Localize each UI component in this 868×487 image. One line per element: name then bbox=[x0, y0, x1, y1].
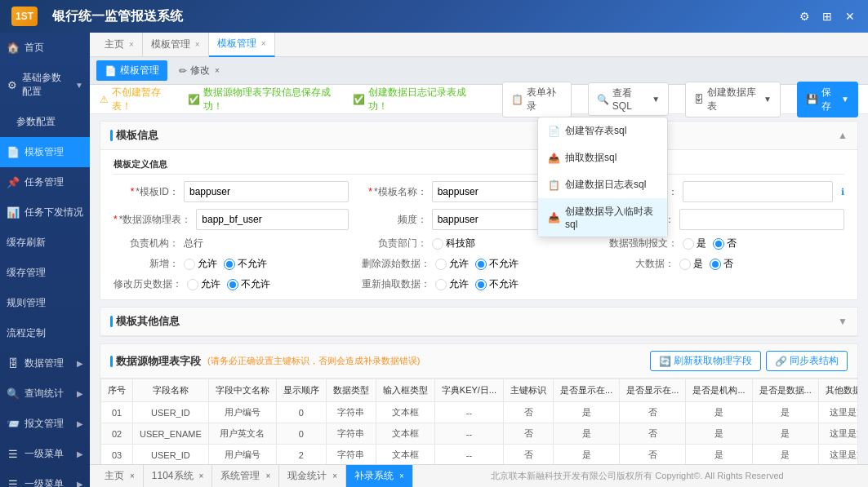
bottom-tab-supplement-close[interactable]: × bbox=[399, 472, 404, 480]
sync-label: 同步表结构 bbox=[790, 354, 839, 368]
close-icon[interactable]: ✕ bbox=[842, 10, 858, 23]
sidebar-item-basic-config[interactable]: ⚙ 基础参数配置 ▼ bbox=[0, 63, 90, 107]
sidebar-item-query[interactable]: 🔍 查询统计 ▶ bbox=[0, 379, 90, 409]
table-cell: 用户编号 bbox=[208, 445, 276, 465]
section-collapse-icon[interactable]: ▲ bbox=[838, 130, 848, 141]
settings-icon[interactable]: ⚙ bbox=[796, 10, 812, 23]
create-save-label: 创建智存表sql bbox=[565, 124, 626, 138]
del-datasource-label: 删除源始数据： bbox=[362, 257, 430, 271]
radio-big-no[interactable]: 否 bbox=[710, 257, 733, 271]
tab-home[interactable]: 主页 × bbox=[96, 33, 143, 57]
bottom-tab-sysmanage-close[interactable]: × bbox=[265, 472, 270, 480]
table-cell: 文本框 bbox=[376, 423, 434, 445]
save-arrow[interactable]: ▼ bbox=[841, 95, 849, 104]
sidebar-item-cache-refresh[interactable]: 缓存刷新 bbox=[0, 228, 90, 258]
tab-template2-close[interactable]: × bbox=[261, 39, 266, 48]
tab-home-close[interactable]: × bbox=[129, 40, 134, 49]
bottom-tab-1104[interactable]: 1104系统 × bbox=[144, 465, 213, 488]
other-section-collapse[interactable]: ▼ bbox=[838, 316, 848, 327]
tab-template1-close[interactable]: × bbox=[195, 40, 200, 49]
sidebar-item-menu1[interactable]: ☰ 一级菜单 ▶ bbox=[0, 439, 90, 469]
refresh-fields-button[interactable]: 🔄 刷新获取物理字段 bbox=[650, 351, 761, 371]
table-row[interactable]: 01USER_ID用户编号0字符串文本框--否是否是是这里是文字这里是文字这里是… bbox=[101, 402, 858, 423]
view-sql-button[interactable]: 🔍 查看SQL ▼ 📄 创建智存表sql 📤 抽取数据sql 📋 创建 bbox=[588, 82, 669, 116]
bottom-tab-supplement[interactable]: 补录系统 × bbox=[346, 465, 413, 488]
tooltip-icon[interactable]: ℹ bbox=[841, 187, 844, 197]
save-icon: 💾 bbox=[806, 94, 818, 105]
radio-force-yes[interactable]: 是 bbox=[683, 237, 706, 250]
template-id-input[interactable] bbox=[184, 181, 349, 202]
radio-big-yes[interactable]: 是 bbox=[679, 257, 703, 271]
dropdown-import-temp-sql[interactable]: 📥 创建数据导入临时表sql bbox=[538, 198, 667, 237]
bottom-tab-home[interactable]: 主页 × bbox=[96, 465, 144, 488]
sql-dropdown-arrow[interactable]: ▼ bbox=[652, 95, 660, 104]
tab-home-label: 主页 bbox=[105, 38, 124, 51]
field-refetch: 重新抽取数据： 允许 不允许 bbox=[362, 277, 597, 291]
table-supplement-button[interactable]: 📋 表单补录 bbox=[502, 82, 571, 117]
table-cell: 文本框 bbox=[376, 402, 434, 423]
col-field: 字段名称 bbox=[133, 379, 209, 402]
save-table-input[interactable] bbox=[683, 181, 833, 202]
radio-del-deny[interactable]: 不允许 bbox=[475, 257, 519, 271]
sidebar-item-cache-manage[interactable]: 缓存管理 bbox=[0, 258, 90, 288]
template-form-container: 模板定义信息 *模板ID： *模板名称： 暂存数据表名： bbox=[100, 150, 857, 299]
dept-value: 科技部 bbox=[446, 237, 475, 250]
table-row[interactable]: 02USER_ENAME用户英文名0字符串文本框--否是否是是这里是文字这里是文… bbox=[101, 423, 858, 445]
sidebar-item-menu2[interactable]: ☰ 一级菜单 ▶ bbox=[0, 469, 90, 487]
sidebar-item-flow[interactable]: 流程定制 bbox=[0, 318, 90, 348]
radio-refetch-allow[interactable]: 允许 bbox=[435, 277, 469, 291]
table-cell: 否 bbox=[620, 445, 686, 465]
sidebar-item-template[interactable]: 📄 模板管理 bbox=[0, 137, 90, 167]
bottom-tab-cash-close[interactable]: × bbox=[332, 472, 337, 480]
bottom-tab-sysmanage[interactable]: 系统管理 × bbox=[212, 465, 279, 488]
dropdown-log-table-sql[interactable]: 📋 创建数据日志表sql bbox=[538, 171, 667, 198]
sec-tab-modify[interactable]: ✏ 修改 × bbox=[171, 60, 228, 81]
bottom-tab-home-close[interactable]: × bbox=[130, 472, 135, 480]
db-arrow[interactable]: ▼ bbox=[763, 95, 772, 104]
table-cell: -- bbox=[434, 445, 503, 465]
arrow-icon: ▼ bbox=[75, 81, 83, 90]
sidebar-item-message[interactable]: 📨 报文管理 ▶ bbox=[0, 409, 90, 439]
tab-template-manage2[interactable]: 模板管理 × bbox=[209, 33, 275, 57]
radio-add-deny[interactable]: 不允许 bbox=[224, 257, 267, 271]
datasource-input[interactable] bbox=[196, 209, 348, 230]
sync-structure-button[interactable]: 🔗 同步表结构 bbox=[766, 351, 848, 371]
radio-force-no[interactable]: 否 bbox=[713, 237, 737, 250]
radio-del-allow-dot bbox=[435, 259, 447, 270]
menu1-arrow: ▶ bbox=[77, 449, 83, 458]
table-actions: 🔄 刷新获取物理字段 🔗 同步表结构 bbox=[650, 351, 848, 371]
save-button[interactable]: 💾 保存 ▼ bbox=[797, 82, 858, 117]
bottom-tab-bar: 主页 × 1104系统 × 系统管理 × 现金统计 × 补录系统 × 北京联本新… bbox=[90, 464, 868, 487]
radio-add-allow[interactable]: 允许 bbox=[184, 257, 217, 271]
table-row[interactable]: 03USER_ID用户编号2字符串文本框--否是否是是这里是文字这里是文字这里是… bbox=[101, 445, 858, 465]
radio-modify-allow[interactable]: 允许 bbox=[187, 277, 220, 291]
sidebar-item-task[interactable]: 📌 任务管理 bbox=[0, 167, 90, 197]
radio-refetch-deny[interactable]: 不允许 bbox=[475, 277, 519, 291]
sidebar-item-task-dispatch[interactable]: 📊 任务下发情况 bbox=[0, 197, 90, 228]
sidebar-item-home[interactable]: 🏠 首页 bbox=[0, 33, 90, 63]
notif-success1: ✅ 数据源物理表字段信息保存成功！ bbox=[188, 86, 339, 113]
col-key: 字典KEY/日... bbox=[434, 379, 503, 402]
create-db-table-button[interactable]: 🗄 创建数据库表 ▼ bbox=[685, 82, 781, 117]
sec-tab-template[interactable]: 📄 模板管理 bbox=[96, 60, 167, 81]
create-save-input[interactable] bbox=[679, 209, 844, 230]
sidebar-item-rules[interactable]: 规则管理 bbox=[0, 288, 90, 318]
sec-tab-modify-label: 修改 bbox=[190, 64, 210, 77]
radio-modify-deny[interactable]: 不允许 bbox=[227, 277, 270, 291]
tab-template-manage1[interactable]: 模板管理 × bbox=[143, 33, 209, 57]
bottom-tab-1104-close[interactable]: × bbox=[199, 472, 204, 480]
sidebar-item-data-manage[interactable]: 🗄 数据管理 ▶ bbox=[0, 348, 90, 379]
bottom-tab-cash[interactable]: 现金统计 × bbox=[279, 465, 346, 488]
expand-icon[interactable]: ⊞ bbox=[819, 10, 835, 23]
notification-bar: ⚠ 不创建暂存表！ ✅ 数据源物理表字段信息保存成功！ ✅ 创建数据日志记录表成… bbox=[90, 85, 868, 114]
radio-del-allow[interactable]: 允许 bbox=[435, 257, 469, 271]
radio-keji[interactable]: 科技部 bbox=[432, 237, 475, 250]
form-row3: 负责机构： 总行 负责部门： 科技部 bbox=[114, 237, 844, 250]
dropdown-create-save-sql[interactable]: 📄 创建智存表sql bbox=[538, 117, 667, 144]
sec-tab-modify-close[interactable]: × bbox=[215, 66, 220, 75]
table-cell: 是 bbox=[554, 402, 620, 423]
dropdown-extract-sql[interactable]: 📤 抽取数据sql bbox=[538, 144, 667, 171]
sidebar-item-param[interactable]: 参数配置 bbox=[0, 107, 90, 137]
refresh-icon: 🔄 bbox=[659, 356, 671, 367]
sql-dropdown-menu: 📄 创建智存表sql 📤 抽取数据sql 📋 创建数据日志表sql 📥 创建数据… bbox=[537, 117, 668, 237]
